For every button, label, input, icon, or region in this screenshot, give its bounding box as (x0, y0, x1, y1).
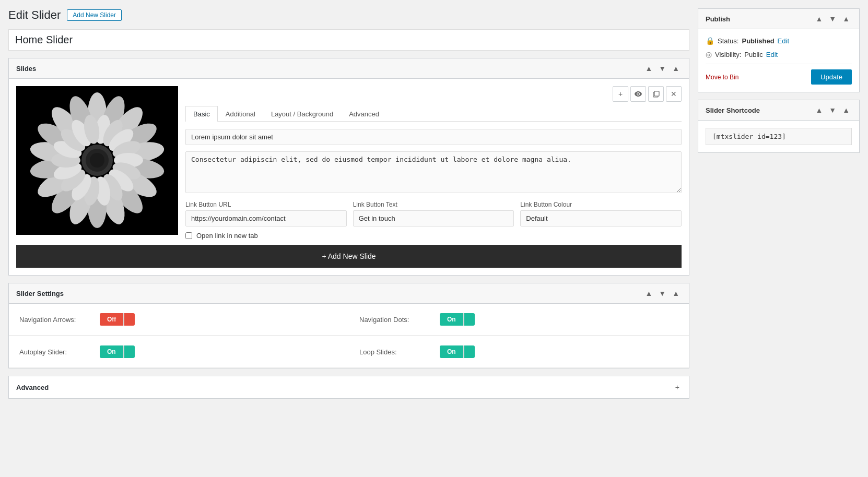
status-edit-link[interactable]: Edit (778, 37, 789, 45)
shortcode-expand-button[interactable]: ▲ (840, 105, 852, 115)
slides-collapse-down-button[interactable]: ▼ (656, 64, 668, 73)
open-new-tab-checkbox[interactable] (185, 232, 192, 239)
toggle-off-indicator (124, 313, 135, 326)
open-new-tab-row: Open link in new tab (185, 232, 682, 240)
tab-advanced[interactable]: Advanced (341, 106, 387, 122)
navigation-arrows-toggle[interactable]: Off (100, 313, 135, 326)
visibility-edit-link[interactable]: Edit (766, 51, 778, 58)
slider-settings-panel: Slider Settings ▲ ▼ ▲ Navigation Arrows:… (8, 283, 689, 368)
link-text-input[interactable] (353, 210, 514, 226)
advanced-panel-title: Advanced (16, 384, 49, 391)
navigation-dots-row: Navigation Dots: On (349, 304, 689, 336)
loop-toggle-indicator (464, 345, 475, 358)
slides-panel: Slides ▲ ▼ ▲ (8, 58, 689, 276)
slide-image (16, 86, 178, 235)
loop-toggle-on-section: On (440, 345, 463, 358)
tab-layout-background[interactable]: Layout / Background (263, 106, 341, 122)
shortcode-panel-header: Slider Shortcode ▲ ▼ ▲ (698, 100, 859, 121)
navigation-arrows-row: Navigation Arrows: Off (9, 304, 349, 336)
slider-settings-body: Navigation Arrows: Off Navigation Dots: (9, 304, 689, 368)
advanced-panel-header[interactable]: Advanced + (9, 376, 689, 398)
shortcode-panel-body: [mtxslider id=123] (698, 121, 859, 152)
slide-title-input[interactable] (185, 129, 682, 145)
tab-additional[interactable]: Additional (218, 106, 263, 122)
slides-panel-body: + ✕ Basic Additional (9, 79, 689, 275)
visibility-row: ◎ Visibility: Public Edit (706, 50, 852, 58)
sidebar: Publish ▲ ▼ ▲ 🔒 Status: Published Edit ◎… (698, 8, 860, 406)
navigation-arrows-off-label: Off (107, 316, 116, 323)
autoplay-on-label: On (107, 348, 116, 355)
advanced-expand-button[interactable]: + (673, 383, 682, 392)
autoplay-toggle-on-section: On (100, 345, 123, 358)
link-url-field: Link Button URL (185, 201, 347, 226)
add-new-slider-button[interactable]: Add New Slider (67, 9, 122, 21)
page-title: Edit Slider (8, 8, 61, 22)
publish-collapse-up-button[interactable]: ▲ (813, 14, 825, 23)
autoplay-toggle-indicator (124, 345, 135, 358)
link-fields-row: Link Button URL Link Button Text Link Bu… (185, 201, 682, 226)
status-row: 🔒 Status: Published Edit (706, 37, 852, 45)
navigation-dots-on-label: On (447, 316, 456, 323)
close-icon-button[interactable]: ✕ (666, 86, 682, 102)
loop-slides-toggle[interactable]: On (440, 345, 475, 358)
move-to-bin-link[interactable]: Move to Bin (706, 74, 738, 81)
slide-controls-panel: + ✕ Basic Additional (185, 86, 682, 240)
slides-collapse-up-button[interactable]: ▲ (643, 64, 654, 73)
update-button[interactable]: Update (811, 69, 852, 85)
loop-slides-on-label: On (447, 348, 456, 355)
publish-actions: Move to Bin Update (706, 64, 852, 85)
publish-panel-body: 🔒 Status: Published Edit ◎ Visibility: P… (698, 29, 859, 92)
tab-basic[interactable]: Basic (185, 106, 218, 122)
publish-panel-title: Publish (706, 15, 730, 23)
description-field-row: Consectetur adipiscin elit, sed do eiusm… (185, 151, 682, 195)
slide-editor: + ✕ Basic Additional (16, 86, 682, 240)
loop-slides-row: Loop Slides: On (349, 336, 689, 368)
publish-expand-button[interactable]: ▲ (840, 14, 852, 23)
slider-name-input[interactable] (8, 29, 689, 51)
autoplay-slider-label: Autoplay Slider: (19, 348, 92, 356)
publish-panel-controls: ▲ ▼ ▲ (813, 14, 852, 23)
copy-icon-button[interactable] (648, 86, 664, 102)
eye-icon-button[interactable] (630, 86, 646, 102)
shortcode-collapse-up-button[interactable]: ▲ (813, 105, 825, 115)
lock-icon: 🔒 (706, 37, 714, 45)
settings-grid: Navigation Arrows: Off Navigation Dots: (9, 304, 689, 368)
svg-point-39 (90, 153, 104, 168)
link-text-field: Link Button Text (353, 201, 514, 226)
visibility-value: Public (744, 51, 763, 58)
shortcode-panel: Slider Shortcode ▲ ▼ ▲ [mtxslider id=123… (698, 100, 860, 153)
publish-panel: Publish ▲ ▼ ▲ 🔒 Status: Published Edit ◎… (698, 8, 860, 92)
settings-collapse-down-button[interactable]: ▼ (656, 289, 668, 298)
basic-tab-content: Consectetur adipiscin elit, sed do eiusm… (185, 129, 682, 240)
settings-collapse-up-button[interactable]: ▲ (643, 289, 654, 298)
link-text-label: Link Button Text (353, 201, 514, 208)
title-field-row (185, 129, 682, 145)
publish-collapse-down-button[interactable]: ▼ (827, 14, 838, 23)
slides-expand-button[interactable]: ▲ (670, 64, 682, 73)
tabs-bar: Basic Additional Layout / Background Adv… (185, 106, 682, 122)
shortcode-collapse-down-button[interactable]: ▼ (827, 105, 838, 115)
slider-settings-title: Slider Settings (16, 290, 64, 297)
svg-rect-41 (654, 91, 659, 96)
slides-panel-title: Slides (16, 65, 36, 73)
autoplay-slider-toggle[interactable]: On (100, 345, 135, 358)
link-colour-input[interactable] (520, 210, 682, 226)
link-url-input[interactable] (185, 210, 347, 226)
slide-top-icons: + ✕ (185, 86, 682, 102)
eye-icon (635, 91, 642, 97)
add-new-slide-button[interactable]: + Add New Slide (16, 245, 682, 268)
copy-icon (652, 90, 660, 98)
shortcode-value: [mtxslider id=123] (706, 128, 852, 145)
slider-settings-header: Slider Settings ▲ ▼ ▲ (9, 283, 689, 304)
slides-panel-controls: ▲ ▼ ▲ (643, 64, 682, 73)
status-label: Status: (718, 37, 738, 45)
link-url-label: Link Button URL (185, 201, 347, 208)
navigation-dots-toggle[interactable]: On (440, 313, 475, 326)
visibility-label: Visibility: (715, 51, 741, 58)
add-slide-icon-button[interactable]: + (613, 86, 628, 102)
shortcode-panel-title: Slider Shortcode (706, 106, 760, 114)
eye-publish-icon: ◎ (706, 50, 712, 58)
slide-description-textarea[interactable]: Consectetur adipiscin elit, sed do eiusm… (185, 151, 682, 193)
settings-expand-button[interactable]: ▲ (670, 289, 682, 298)
navigation-arrows-label: Navigation Arrows: (19, 316, 92, 324)
